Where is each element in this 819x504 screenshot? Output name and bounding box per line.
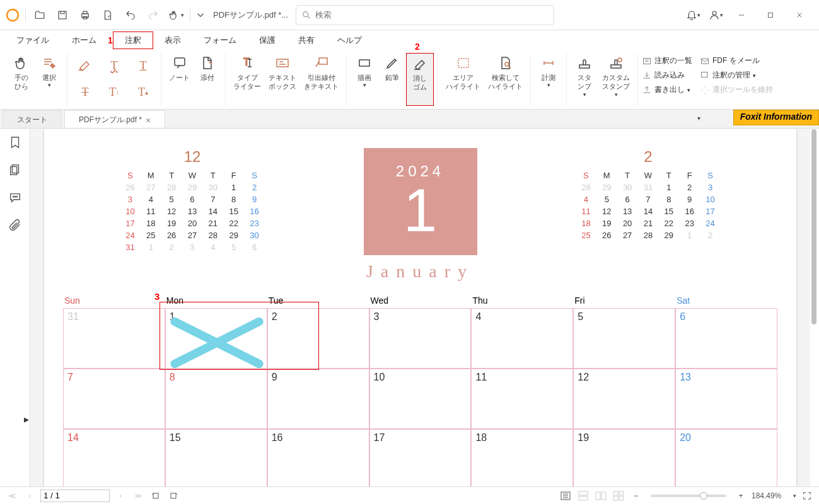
menu-file[interactable]: ファイル (5, 32, 61, 49)
fullscreen-icon[interactable] (800, 490, 814, 501)
svg-rect-37 (619, 496, 624, 500)
textbox-tool[interactable]: テキスト ボックス (265, 53, 300, 106)
svg-rect-3 (83, 11, 87, 14)
svg-rect-21 (702, 72, 707, 77)
minimize-button[interactable] (727, 4, 756, 26)
calendar-cell: 6 (675, 308, 777, 369)
attachments-icon[interactable] (8, 219, 22, 235)
rotate-right-icon[interactable] (166, 490, 180, 501)
svg-rect-34 (613, 491, 618, 495)
svg-point-25 (15, 196, 15, 197)
month-name: January (364, 261, 477, 282)
stamp-tool[interactable]: スタ ンプ▾ (571, 53, 598, 106)
annotation-panel-2: FDF をメール 注釈の管理▾ 選択ツールを維持 (696, 53, 777, 106)
measure-tool[interactable]: 計測▾ (535, 53, 562, 106)
search-box[interactable] (296, 5, 554, 25)
menu-protect[interactable]: 保護 (248, 32, 287, 49)
eraser-tool[interactable]: 消し ゴム (406, 53, 434, 106)
typewriter-tool[interactable]: Tタイプ ライター (229, 53, 265, 106)
annot-import-button[interactable]: 読み込み (642, 70, 692, 81)
zoom-slider[interactable] (651, 495, 726, 497)
keep-select-button[interactable]: 選択ツールを維持 (700, 84, 773, 95)
zoom-value: 184.49% (752, 491, 789, 500)
view-facing-cont-icon[interactable] (612, 490, 625, 501)
insert-text-tool[interactable]: T▴ (129, 79, 157, 105)
menu-view[interactable]: 表示 (153, 32, 192, 49)
strikeout-tool[interactable]: T (71, 79, 99, 105)
expand-panel-icon[interactable]: ▸ (24, 413, 29, 425)
fdf-mail-button[interactable]: FDF をメール (700, 55, 773, 66)
maximize-button[interactable] (756, 4, 785, 26)
pdf-page[interactable]: 12 SMTWTFS262728293012345678910111213141… (44, 129, 796, 486)
draw-tool[interactable]: 描画▾ (351, 53, 378, 106)
search-highlight-tool[interactable]: 検索して ハイライト (484, 53, 526, 106)
squiggle-tool[interactable]: T (100, 53, 128, 78)
bell-icon[interactable]: ▾ (682, 4, 704, 26)
annotation-panel: 注釈の一覧 読み込み 書き出し▾ (638, 53, 696, 106)
zoom-in-icon[interactable]: + (734, 490, 748, 501)
dropdown-icon[interactable] (193, 4, 208, 26)
svg-rect-14 (458, 59, 468, 67)
svg-point-5 (303, 11, 308, 16)
view-facing-icon[interactable] (594, 490, 608, 501)
selection-box[interactable] (160, 302, 319, 370)
area-highlight-tool[interactable]: エリア ハイライト (442, 53, 484, 106)
tab-dropdown-icon[interactable]: ▾ (697, 115, 700, 122)
redo-icon[interactable] (142, 4, 165, 26)
menu-form[interactable]: フォーム (192, 32, 248, 49)
undo-icon[interactable] (119, 4, 142, 26)
zoom-out-icon[interactable]: − (629, 490, 643, 501)
tab-start[interactable]: スタート (3, 110, 62, 128)
save-icon[interactable] (51, 4, 74, 26)
bookmark-icon[interactable] (8, 135, 22, 152)
close-button[interactable] (785, 4, 814, 26)
side-nav: ▸ (0, 129, 30, 486)
view-single-icon[interactable] (559, 490, 572, 501)
callout-2: 2 (415, 42, 420, 52)
print-icon[interactable] (74, 4, 96, 26)
prev-page-icon[interactable]: ‹ (23, 490, 37, 501)
foxit-info-banner[interactable]: Foxit Information (733, 110, 819, 125)
page-input[interactable] (40, 490, 110, 502)
pages-icon[interactable] (8, 163, 22, 180)
first-page-icon[interactable]: ≪ (5, 490, 19, 501)
open-icon[interactable] (28, 4, 51, 26)
tab-close-icon[interactable]: × (146, 115, 151, 125)
menu-annotation[interactable]: 注釈 (113, 32, 153, 49)
view-continuous-icon[interactable] (576, 490, 590, 501)
vertical-scrollbar[interactable] (810, 129, 819, 486)
calendar-cell: 8 (165, 369, 267, 429)
file-icon[interactable] (96, 4, 119, 26)
user-icon[interactable]: ▾ (704, 4, 727, 26)
menu-share[interactable]: 共有 (287, 32, 326, 49)
next-page-icon[interactable]: › (113, 490, 127, 501)
search-input[interactable] (315, 10, 549, 20)
hand-tool[interactable]: 手の ひら (8, 53, 35, 106)
hand-dropdown-icon[interactable]: ▾ (165, 4, 187, 26)
zoom-dropdown-icon[interactable]: ▾ (793, 493, 796, 499)
attach-tool[interactable]: 添付 (194, 53, 221, 106)
rotate-left-icon[interactable] (149, 490, 163, 501)
comments-icon[interactable] (8, 191, 22, 207)
callout-tool[interactable]: 引出線付 きテキスト (300, 53, 342, 106)
svg-rect-19 (644, 58, 651, 64)
tab-document[interactable]: PDFサンプル.pdf *× (64, 110, 165, 128)
menu-home[interactable]: ホーム (61, 32, 108, 49)
menu-help[interactable]: ヘルプ (326, 32, 373, 49)
pencil-tool[interactable]: 鉛筆 (378, 53, 406, 106)
annot-manage-button[interactable]: 注釈の管理▾ (700, 70, 773, 81)
svg-rect-22 (12, 165, 18, 173)
note-tool[interactable]: ノート (165, 53, 194, 106)
svg-rect-12 (319, 58, 327, 64)
replace-text-tool[interactable]: T↕ (100, 79, 128, 105)
svg-rect-23 (10, 167, 16, 175)
month-title-block: 2024 1 January (364, 148, 477, 280)
highlight-tool[interactable] (71, 53, 99, 78)
last-page-icon[interactable]: ≫ (131, 490, 145, 501)
custom-stamp-tool[interactable]: カスタム スタンプ▾ (598, 53, 634, 106)
underline-tool[interactable]: T (129, 53, 157, 78)
select-tool[interactable]: 選択▾ (35, 53, 63, 106)
annot-list-button[interactable]: 注釈の一覧 (642, 55, 692, 66)
annot-export-button[interactable]: 書き出し▾ (642, 84, 692, 95)
calendar-cell: 18 (471, 429, 573, 486)
